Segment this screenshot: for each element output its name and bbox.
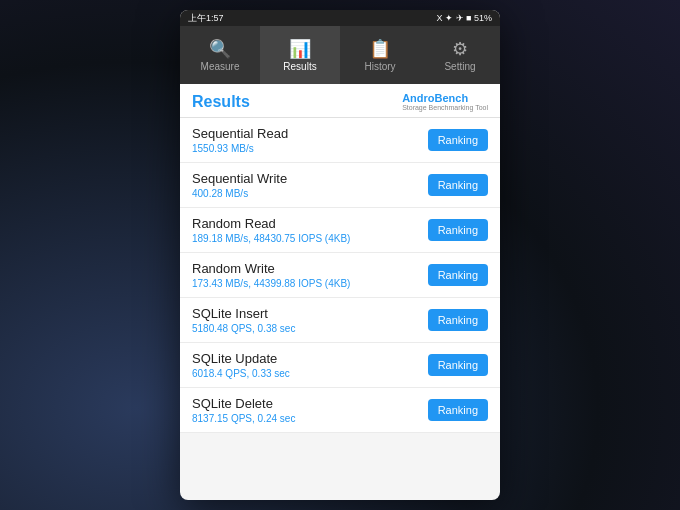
- ranking-button-0[interactable]: Ranking: [428, 129, 488, 151]
- benchmark-name: Random Read: [192, 216, 428, 231]
- ranking-button-5[interactable]: Ranking: [428, 354, 488, 376]
- status-icons: X ✦ ✈ ■ 51%: [437, 13, 492, 23]
- table-row: Random Write 173.43 MB/s, 44399.88 IOPS …: [180, 253, 500, 298]
- ranking-button-1[interactable]: Ranking: [428, 174, 488, 196]
- tab-history-label: History: [364, 61, 395, 72]
- tab-setting[interactable]: ⚙ Setting: [420, 26, 500, 84]
- tab-bar: 🔍 Measure 📊 Results 📋 History ⚙ Setting: [180, 26, 500, 84]
- benchmark-value: 6018.4 QPS, 0.33 sec: [192, 368, 428, 379]
- benchmark-info: Sequential Read 1550.93 MB/s: [192, 126, 428, 154]
- tab-measure-label: Measure: [201, 61, 240, 72]
- benchmark-name: Random Write: [192, 261, 428, 276]
- benchmark-info: SQLite Insert 5180.48 QPS, 0.38 sec: [192, 306, 428, 334]
- benchmark-info: SQLite Delete 8137.15 QPS, 0.24 sec: [192, 396, 428, 424]
- androbench-subtitle: Storage Benchmarking Tool: [402, 104, 488, 111]
- benchmark-info: Random Write 173.43 MB/s, 44399.88 IOPS …: [192, 261, 428, 289]
- tab-results-label: Results: [283, 61, 316, 72]
- status-time: 上午1:57: [188, 12, 224, 25]
- benchmark-info: Sequential Write 400.28 MB/s: [192, 171, 428, 199]
- androbench-logo: AndroBench Storage Benchmarking Tool: [402, 92, 488, 111]
- tab-measure[interactable]: 🔍 Measure: [180, 26, 260, 84]
- benchmark-value: 1550.93 MB/s: [192, 143, 428, 154]
- ranking-button-4[interactable]: Ranking: [428, 309, 488, 331]
- status-bar: 上午1:57 X ✦ ✈ ■ 51%: [180, 10, 500, 26]
- results-icon: 📊: [289, 40, 311, 58]
- tab-setting-label: Setting: [444, 61, 475, 72]
- table-row: Sequential Write 400.28 MB/s Ranking: [180, 163, 500, 208]
- ranking-button-6[interactable]: Ranking: [428, 399, 488, 421]
- benchmark-info: Random Read 189.18 MB/s, 48430.75 IOPS (…: [192, 216, 428, 244]
- table-row: SQLite Update 6018.4 QPS, 0.33 sec Ranki…: [180, 343, 500, 388]
- benchmark-value: 5180.48 QPS, 0.38 sec: [192, 323, 428, 334]
- benchmark-value: 173.43 MB/s, 44399.88 IOPS (4KB): [192, 278, 428, 289]
- benchmark-name: SQLite Insert: [192, 306, 428, 321]
- phone-screen: 上午1:57 X ✦ ✈ ■ 51% 🔍 Measure 📊 Results 📋…: [180, 10, 500, 500]
- table-row: Random Read 189.18 MB/s, 48430.75 IOPS (…: [180, 208, 500, 253]
- table-row: Sequential Read 1550.93 MB/s Ranking: [180, 118, 500, 163]
- benchmark-info: SQLite Update 6018.4 QPS, 0.33 sec: [192, 351, 428, 379]
- tab-results[interactable]: 📊 Results: [260, 26, 340, 84]
- tab-history[interactable]: 📋 History: [340, 26, 420, 84]
- results-title: Results: [192, 93, 250, 111]
- measure-icon: 🔍: [209, 40, 231, 58]
- table-row: SQLite Insert 5180.48 QPS, 0.38 sec Rank…: [180, 298, 500, 343]
- ranking-button-3[interactable]: Ranking: [428, 264, 488, 286]
- table-row: SQLite Delete 8137.15 QPS, 0.24 sec Rank…: [180, 388, 500, 433]
- benchmark-name: Sequential Write: [192, 171, 428, 186]
- history-icon: 📋: [369, 40, 391, 58]
- benchmark-value: 189.18 MB/s, 48430.75 IOPS (4KB): [192, 233, 428, 244]
- benchmark-name: Sequential Read: [192, 126, 428, 141]
- benchmark-list: Sequential Read 1550.93 MB/s Ranking Seq…: [180, 118, 500, 433]
- androbench-logo-text: AndroBench: [402, 92, 488, 104]
- benchmark-value: 8137.15 QPS, 0.24 sec: [192, 413, 428, 424]
- benchmark-name: SQLite Update: [192, 351, 428, 366]
- ranking-button-2[interactable]: Ranking: [428, 219, 488, 241]
- results-header: Results AndroBench Storage Benchmarking …: [180, 84, 500, 118]
- benchmark-name: SQLite Delete: [192, 396, 428, 411]
- content-area: Results AndroBench Storage Benchmarking …: [180, 84, 500, 433]
- setting-icon: ⚙: [452, 40, 468, 58]
- benchmark-value: 400.28 MB/s: [192, 188, 428, 199]
